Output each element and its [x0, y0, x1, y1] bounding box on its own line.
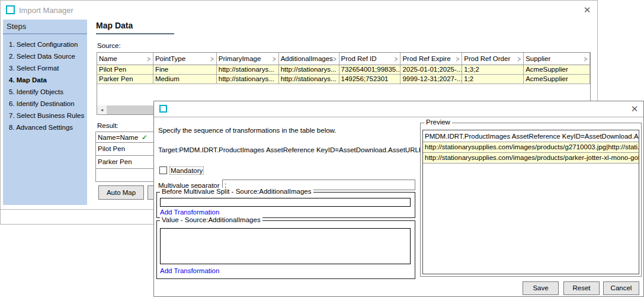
source-label: Source:: [97, 42, 121, 49]
cell: AcmeSupplier: [524, 65, 590, 74]
column-header-prod-ref-id[interactable]: Prod Ref ID>: [339, 53, 401, 65]
sidebar-item-select-format[interactable]: 3. Select Format: [9, 65, 59, 75]
steps-sidebar: Steps 1. Select Configuration 2. Select …: [3, 20, 87, 205]
checkbox-box[interactable]: [159, 166, 167, 174]
cell: 732654001;99835...: [339, 65, 401, 74]
add-transformation-link[interactable]: Add Transformation: [160, 209, 219, 216]
group-title: Before Multivalue Split - Source:Additio…: [160, 188, 313, 195]
title-bar: Import Manager ✕: [1, 1, 597, 20]
cell: http://stationarys...: [217, 75, 279, 84]
column-label: PointType: [155, 55, 185, 62]
target-text: Target:PMDM.IDRT.ProductImages AssetRefe…: [158, 146, 431, 153]
chevron-right-icon: >: [395, 55, 398, 62]
sidebar-item-select-data-source[interactable]: 2. Select Data Source: [9, 53, 75, 63]
cell: AcmeSupplier: [524, 75, 590, 84]
dialog-title-bar: ✕: [154, 101, 643, 117]
cell: 2025-01-01;2025-...: [401, 65, 462, 74]
group-title: Value - Source:AdditionalImages: [160, 216, 262, 223]
cell: http://stationarys...: [217, 65, 279, 74]
value-transformations-list[interactable]: [160, 228, 411, 264]
cell: Pilot Pen: [97, 65, 153, 74]
auto-map-button[interactable]: Auto Map: [98, 185, 144, 200]
result-label: Result:: [97, 122, 118, 129]
column-header-supplier[interactable]: Supplier>: [524, 53, 590, 65]
column-header-prod-ref-expire[interactable]: Prod Ref Expire>: [401, 53, 462, 65]
dialog-app-icon: [159, 105, 167, 113]
column-label: Name: [99, 55, 117, 62]
chevron-right-icon: >: [584, 55, 587, 62]
cell: Parker Pen: [98, 158, 132, 165]
preview-row[interactable]: http://stationarysupplies.com/images/pro…: [423, 142, 639, 153]
table-row[interactable]: Parker Pen Medium http://stationarys... …: [97, 75, 590, 84]
sidebar-item-identify-destination[interactable]: 6. Identify Destination: [9, 100, 75, 111]
value-group: Value - Source:AdditionalImages Add Tran…: [156, 220, 415, 279]
screen: { "icons": { "close": "✕", "chevron": ">…: [0, 0, 644, 298]
preview-header-row[interactable]: PMDM.IDRT.ProductImages AssetReference K…: [423, 130, 639, 142]
chevron-right-icon: >: [333, 55, 337, 62]
cell: http://stationarys...: [279, 65, 339, 74]
chevron-right-icon: >: [517, 55, 521, 62]
column-header-primaryimage[interactable]: PrimaryImage>: [217, 53, 279, 65]
cell: 1;2: [462, 75, 524, 84]
cell: 9999-12-31;2027-...: [401, 75, 462, 84]
instruction-text: Specify the sequence of transformations …: [158, 127, 336, 134]
dialog-close-icon[interactable]: ✕: [629, 104, 640, 114]
mandatory-label: Mandatory: [170, 167, 203, 174]
steps-title: Steps: [7, 22, 26, 31]
before-split-transformations-list[interactable]: [160, 198, 411, 207]
transformation-dialog: ✕ Specify the sequence of transformation…: [153, 101, 644, 297]
reset-button[interactable]: Reset: [563, 281, 600, 295]
window-title: Import Manager: [19, 6, 73, 15]
save-button[interactable]: Save: [523, 281, 559, 295]
page-title-underline: [96, 33, 174, 34]
chevron-right-icon: >: [147, 55, 150, 62]
page-title: Map Data: [96, 21, 133, 30]
chevron-right-icon: >: [210, 55, 214, 62]
cell: Fine: [153, 65, 217, 74]
column-header-pointtype[interactable]: PointType>: [153, 53, 217, 65]
chevron-right-icon: >: [273, 55, 276, 62]
column-label: AdditionalImages: [281, 55, 333, 62]
column-label: Prod Ref Expire: [402, 55, 450, 62]
preview-list: PMDM.IDRT.ProductImages AssetReference K…: [422, 130, 639, 274]
cell: 1;3;2: [462, 65, 524, 74]
sidebar-item-select-configuration[interactable]: 1. Select Configuration: [9, 41, 78, 52]
column-header-name[interactable]: Name>: [97, 53, 153, 65]
before-multivalue-split-group: Before Multivalue Split - Source:Additio…: [156, 192, 415, 218]
column-header-additionalimages[interactable]: AdditionalImages>: [279, 53, 339, 65]
sidebar-item-map-data[interactable]: 4. Map Data: [9, 76, 47, 87]
cell: http://stationarys...: [279, 75, 339, 84]
column-label: Prod Ref ID: [341, 55, 377, 62]
preview-title: Preview: [424, 118, 452, 126]
preview-group: Preview PMDM.IDRT.ProductImages AssetRef…: [420, 123, 642, 277]
cell: Pilot Pen: [98, 145, 125, 152]
cancel-button[interactable]: Cancel: [603, 281, 639, 295]
add-transformation-link[interactable]: Add Transformation: [160, 267, 219, 274]
sidebar-item-identify-objects[interactable]: 5. Identify Objects: [9, 88, 63, 99]
table-row[interactable]: Pilot Pen Fine http://stationarys... htt…: [97, 65, 590, 75]
column-label: Supplier: [526, 55, 550, 62]
mapping-label: Name=Name: [98, 134, 138, 141]
cell: Medium: [153, 75, 217, 84]
column-label: PrimaryImage: [219, 55, 261, 62]
mandatory-checkbox[interactable]: Mandatory: [159, 166, 203, 174]
cell: Parker Pen: [97, 75, 153, 84]
column-label: Prod Ref Order: [464, 55, 510, 62]
sidebar-item-advanced-settings[interactable]: 8. Advanced Settings: [9, 124, 73, 134]
cell: 149256;752301: [339, 75, 401, 84]
source-table-header-row: Name> PointType> PrimaryImage> Additiona…: [97, 53, 590, 65]
preview-header-text: PMDM.IDRT.ProductImages AssetReference K…: [425, 133, 639, 140]
close-icon[interactable]: ✕: [582, 5, 592, 15]
scroll-left-icon[interactable]: ◄: [97, 105, 107, 114]
app-icon: [6, 5, 15, 14]
check-icon: ✓: [142, 134, 148, 141]
sidebar-item-select-business-rules[interactable]: 7. Select Business Rules: [9, 112, 84, 123]
steps-underline: [3, 33, 87, 34]
preview-row[interactable]: http://stationarysupplies.com/images/pro…: [423, 153, 639, 164]
chevron-right-icon: >: [456, 55, 459, 62]
column-header-prod-ref-order[interactable]: Prod Ref Order>: [462, 53, 524, 65]
